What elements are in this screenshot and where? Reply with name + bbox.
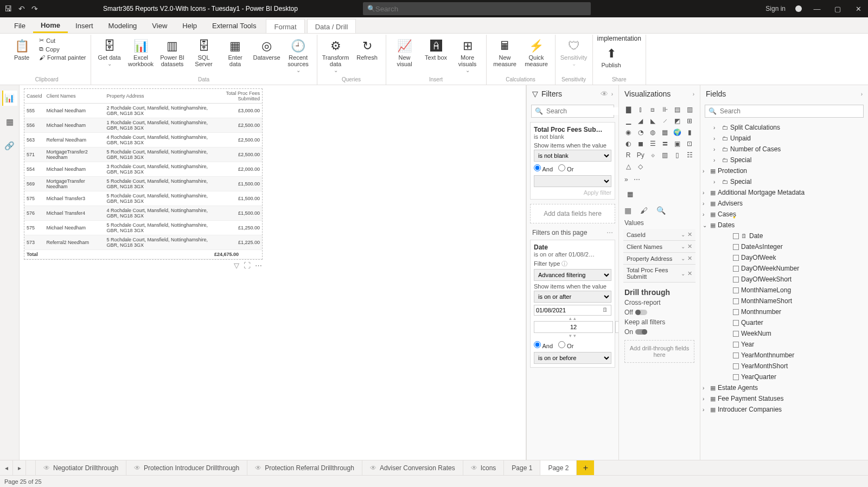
and-radio[interactable]: And (534, 164, 553, 172)
cut-button[interactable]: ✂Cut (39, 37, 86, 44)
checkbox[interactable] (733, 342, 739, 348)
viz-type-icon[interactable]: ⊡ (685, 139, 694, 149)
or-radio[interactable]: Or (558, 164, 573, 172)
tab-external-tools[interactable]: External Tools (205, 18, 264, 33)
copy-button[interactable]: ⧉Copy (39, 46, 86, 53)
tab-home[interactable]: Home (33, 18, 68, 33)
table-node[interactable]: ›🗀Unpaid (700, 133, 868, 144)
custom-viz-icon[interactable]: » (624, 176, 628, 183)
transform-data-button[interactable]: ⚙Transform data⌄ (322, 37, 350, 74)
eye-icon[interactable]: 👁 (601, 89, 608, 98)
checkbox[interactable] (733, 320, 739, 326)
viz-type-icon[interactable]: ▥ (660, 150, 670, 160)
fields-search-input[interactable] (720, 107, 860, 115)
pbi-datasets-button[interactable]: ▥Power BI datasets (158, 37, 187, 68)
field-item[interactable]: MonthNameLong (700, 285, 868, 296)
checkbox[interactable] (733, 244, 739, 250)
more-options-icon[interactable]: ⋯ (255, 261, 262, 270)
quick-measure-button[interactable]: ⚡Quick measure (522, 37, 551, 68)
undo-icon[interactable]: ↶ (18, 4, 25, 13)
table-node[interactable]: ›▦Estate Agents (700, 382, 868, 393)
field-item[interactable]: Monthnumber (700, 306, 868, 317)
viz-type-icon[interactable]: ▮ (685, 127, 694, 137)
remove-icon[interactable]: ✕ (687, 255, 692, 262)
page-tab[interactable]: 👁Protection Referral Drillthrough (247, 460, 362, 475)
hour-input[interactable] (534, 321, 613, 333)
field-item[interactable]: YearMonthnumber (700, 350, 868, 361)
viz-field-well-item[interactable]: Client Names⌄✕ (623, 241, 695, 253)
date-cond1-select[interactable]: is on or after (534, 291, 611, 303)
field-item[interactable]: 🗓Date (700, 230, 868, 241)
table-row[interactable]: 563Referral Needham4 Rochdale Court, Man… (24, 133, 262, 148)
report-canvas[interactable]: CaseIdClient NamesProperty AddressTotal … (20, 85, 526, 460)
table-node[interactable]: ›▦Protection (700, 165, 868, 176)
checkbox[interactable] (733, 255, 739, 261)
keep-filters-toggle[interactable]: On (619, 327, 700, 337)
remove-icon[interactable]: ✕ (687, 243, 692, 250)
viz-type-icon[interactable]: ☷ (685, 150, 694, 160)
chevron-down-icon[interactable]: ⌄ (681, 271, 685, 277)
sign-in-link[interactable]: Sign in (765, 5, 786, 12)
field-item[interactable]: DayOfWeekNumber (700, 263, 868, 274)
fields-tab-icon[interactable]: ▦ (624, 206, 631, 215)
table-node[interactable]: ›▦Additional Mortgage Metadata (700, 187, 868, 198)
analytics-tab-icon[interactable]: 🔍 (656, 206, 666, 215)
checkbox[interactable] (733, 374, 739, 380)
viz-type-icon[interactable]: ▁ (623, 116, 633, 126)
field-item[interactable]: Quarter (700, 317, 868, 328)
calendar-icon[interactable]: 🗓 (602, 306, 608, 313)
table-node[interactable]: ›🗀Special (700, 155, 868, 165)
table-node[interactable]: ›▦Cases● (700, 209, 868, 220)
date-cond2-select[interactable]: is on or before (534, 352, 611, 364)
collapse-icon[interactable]: › (611, 91, 613, 97)
tab-view[interactable]: View (144, 18, 175, 33)
filters-search[interactable]: 🔍 (531, 105, 614, 118)
viz-type-icon[interactable]: ⟋ (660, 116, 670, 126)
column-header[interactable]: Property Address (105, 89, 212, 104)
field-item[interactable]: DayOfWeek (700, 252, 868, 263)
paste-button[interactable]: 📋Paste (8, 37, 36, 62)
table-row[interactable]: 575Michael Needham5 Rochdale Court, Mans… (24, 221, 262, 235)
field-item[interactable]: Year (700, 339, 868, 350)
and-radio[interactable]: And (534, 341, 553, 349)
excel-button[interactable]: 📊Excel workbook (127, 37, 155, 68)
table-row[interactable]: 555Michael Needham2 Rochdale Court, Mans… (24, 104, 262, 118)
table-row[interactable]: 571MortgageTransfer2 Needham5 Rochdale C… (24, 148, 262, 162)
chevron-down-icon[interactable]: ⌄ (681, 232, 685, 238)
checkbox[interactable] (733, 309, 739, 315)
viz-type-icon[interactable]: ▤ (673, 105, 682, 114)
page-tab[interactable]: 👁Protection Introducer Drillthrough (126, 460, 247, 475)
next-page-icon[interactable]: ▸ (13, 460, 26, 475)
viz-type-icon[interactable]: 〓 (660, 139, 670, 149)
new-measure-button[interactable]: 🖩New measure (491, 37, 519, 68)
dataverse-button[interactable]: ◎Dataverse (253, 37, 281, 62)
tab-file[interactable]: File (7, 18, 33, 33)
more-visuals-button[interactable]: ⊞More visuals⌄ (454, 37, 482, 74)
viz-type-icon[interactable]: △ (623, 162, 633, 171)
table-row[interactable]: 573Referral2 Needham5 Rochdale Court, Ma… (24, 235, 262, 250)
column-header[interactable]: Total Proc Fees Submitted (212, 89, 262, 104)
selected-table-icon[interactable]: ▦ (624, 189, 635, 200)
info-icon[interactable]: ⓘ (561, 260, 567, 267)
viz-type-icon[interactable]: ▣ (673, 139, 682, 149)
remove-icon[interactable]: ✕ (687, 231, 692, 238)
column-header[interactable]: CaseId (24, 89, 44, 104)
filters-search-input[interactable] (546, 107, 628, 115)
viz-type-icon[interactable]: ◉ (623, 127, 633, 137)
recent-sources-button[interactable]: 🕘Recent sources⌄ (284, 37, 312, 74)
text-box-button[interactable]: 🅰Text box (422, 37, 450, 62)
field-item[interactable]: DayOfWeekShort (700, 274, 868, 285)
tab-modeling[interactable]: Modeling (101, 18, 145, 33)
filter-card-date[interactable]: Date is on or after 01/08/2… Filter type… (530, 240, 615, 368)
cross-report-toggle[interactable]: Off (619, 307, 700, 317)
new-visual-button[interactable]: 📈New visual (391, 37, 419, 68)
add-data-fields-drop[interactable]: Add data fields here (530, 204, 615, 223)
viz-type-icon[interactable]: ◔ (636, 127, 646, 137)
viz-type-icon[interactable]: ⊞ (685, 116, 694, 126)
field-item[interactable]: YearQuarter (700, 371, 868, 382)
viz-type-icon[interactable]: ☰ (648, 139, 658, 149)
chevron-down-icon[interactable]: ⌄ (681, 244, 685, 249)
viz-type-icon[interactable]: ◐ (623, 139, 633, 149)
viz-type-icon[interactable]: ⧈ (648, 105, 658, 114)
page-tab[interactable]: 👁Adviser Conversion Rates (362, 460, 463, 475)
